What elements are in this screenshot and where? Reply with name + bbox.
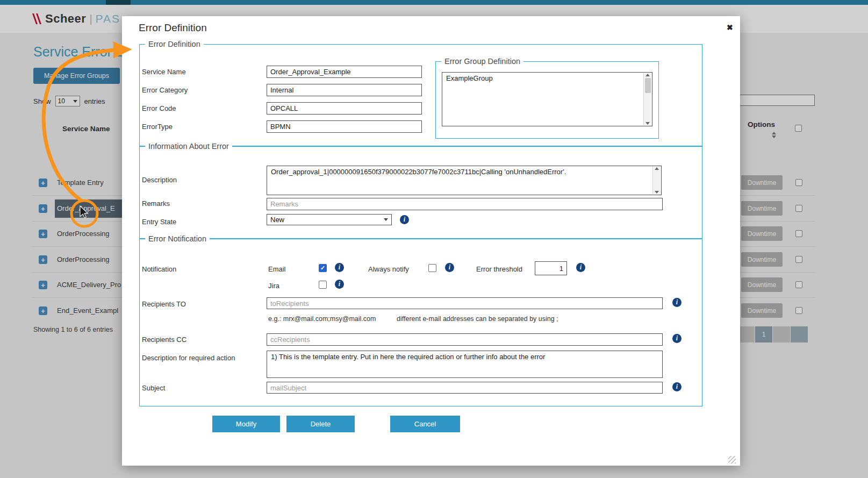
- email-separator-hint: different e-mail addresses can be separa…: [397, 315, 558, 323]
- jira-checkbox[interactable]: [319, 281, 327, 289]
- subject-field[interactable]: [267, 382, 663, 394]
- entry-state-value: New: [270, 216, 284, 224]
- section-legend: Error Notification: [145, 234, 210, 243]
- error-type-field[interactable]: [267, 120, 422, 133]
- delete-button[interactable]: Delete: [286, 416, 355, 432]
- scroll-down-icon[interactable]: [645, 122, 650, 125]
- modal-title: Error Definition: [139, 22, 207, 34]
- error-group-listbox[interactable]: ExampleGroup: [442, 72, 652, 126]
- info-icon[interactable]: i: [672, 382, 682, 391]
- scroll-up-icon[interactable]: [655, 167, 659, 170]
- action-description-text: 1) This is the template entry. Put in he…: [271, 353, 545, 361]
- scrollbar-thumb[interactable]: [645, 78, 651, 93]
- error-category-field[interactable]: [267, 84, 422, 96]
- info-icon[interactable]: i: [335, 280, 344, 289]
- notification-label: Notification: [142, 265, 176, 273]
- error-code-label: Error Code: [142, 104, 176, 112]
- scroll-up-icon[interactable]: [645, 74, 650, 76]
- action-description-textarea[interactable]: 1) This is the template entry. Put in he…: [267, 351, 663, 378]
- entry-state-label: Entry State: [142, 218, 176, 226]
- email-checkbox[interactable]: ✓: [319, 264, 327, 272]
- error-group-item[interactable]: ExampleGroup: [446, 74, 493, 82]
- info-icon[interactable]: i: [335, 263, 344, 272]
- email-label: Email: [268, 265, 286, 273]
- info-icon[interactable]: i: [576, 263, 585, 272]
- description-label: Description: [142, 176, 177, 184]
- scroll-down-icon[interactable]: [655, 191, 659, 194]
- action-description-label: Description for required action: [142, 354, 235, 362]
- section-legend: Error Group Definition: [441, 57, 523, 66]
- scrollbar[interactable]: [652, 167, 661, 194]
- email-example-hint: e.g.: mrx@mail.com;msy@mail.com: [268, 315, 376, 323]
- scrollbar[interactable]: [643, 73, 651, 125]
- always-notify-checkbox[interactable]: [428, 264, 436, 272]
- section-legend: Error Definition: [145, 40, 204, 48]
- always-notify-label: Always notify: [368, 265, 409, 273]
- recipients-cc-label: Recipients CC: [142, 336, 186, 344]
- cancel-button[interactable]: Cancel: [390, 416, 460, 432]
- description-textarea[interactable]: Order_approval_1|000000091650f379000022b…: [267, 166, 662, 195]
- info-icon[interactable]: i: [445, 263, 454, 272]
- error-threshold-field[interactable]: [535, 261, 567, 275]
- section-legend: Information About Error: [145, 142, 232, 151]
- info-icon[interactable]: i: [672, 298, 682, 307]
- recipients-cc-field[interactable]: [267, 333, 663, 346]
- jira-label: Jira: [268, 282, 279, 290]
- error-code-field[interactable]: [267, 102, 422, 115]
- error-definition-modal: Error Definition ✖ Error Definition Erro…: [122, 16, 740, 466]
- description-text: Order_approval_1|000000091650f379000022b…: [271, 168, 566, 176]
- subject-label: Subject: [142, 384, 165, 392]
- service-name-field[interactable]: [267, 66, 422, 78]
- error-category-label: Error Category: [142, 86, 188, 94]
- service-name-label: Service Name: [142, 68, 186, 76]
- modify-button[interactable]: Modify: [212, 416, 280, 432]
- info-icon[interactable]: i: [672, 334, 682, 343]
- recipients-to-field[interactable]: [267, 297, 663, 309]
- recipients-to-label: Recipients TO: [142, 300, 186, 308]
- resize-handle[interactable]: [728, 456, 736, 463]
- error-threshold-label: Error threshold: [476, 265, 522, 273]
- error-type-label: ErrorType: [142, 123, 173, 131]
- close-icon[interactable]: ✖: [727, 23, 733, 32]
- remarks-label: Remarks: [142, 199, 170, 208]
- entry-state-select[interactable]: New: [267, 214, 392, 225]
- remarks-field[interactable]: [267, 198, 663, 210]
- info-icon[interactable]: i: [400, 215, 409, 224]
- chevron-down-icon: [384, 218, 388, 221]
